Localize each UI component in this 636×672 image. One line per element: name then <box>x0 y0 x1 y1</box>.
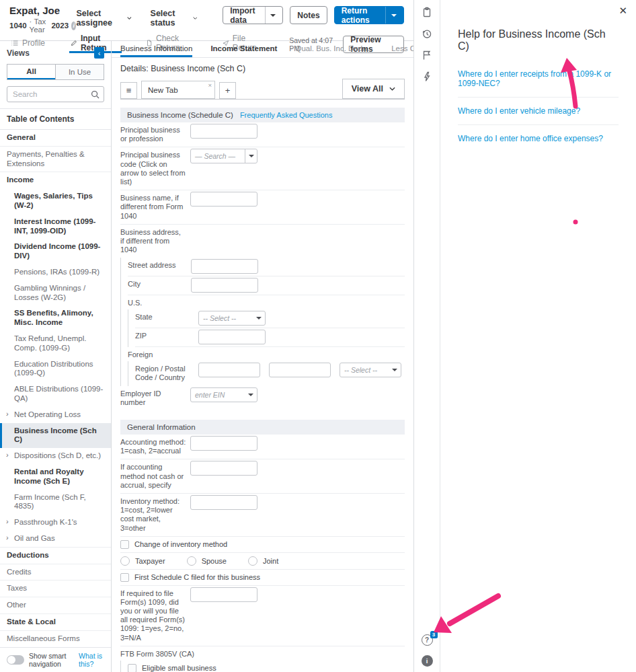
first-schedule-c-checkbox[interactable] <box>120 573 129 582</box>
radio-spouse[interactable]: Spouse <box>187 556 227 566</box>
radio-taxpayer[interactable]: Taxpayer <box>120 556 165 566</box>
select-status-dropdown[interactable]: Select status <box>151 9 198 28</box>
flag-icon[interactable] <box>422 50 432 61</box>
form-row-city: City <box>128 276 405 295</box>
radio-icon <box>187 556 196 566</box>
eligible-small-business-checkbox[interactable] <box>128 664 136 672</box>
header: Expat, Joe 1040 · Tax Year 2023 i Select… <box>0 0 413 41</box>
toc-item-pensions[interactable]: Pensions, IRAs (1099-R) <box>0 264 111 281</box>
search-input[interactable] <box>11 89 91 99</box>
accounting-method-input[interactable] <box>190 436 257 451</box>
collapse-sidebar-button[interactable]: ‹ <box>94 47 104 59</box>
change-inventory-checkbox[interactable] <box>120 540 129 549</box>
close-tab-icon[interactable]: × <box>208 81 212 89</box>
toc-item-able-distributions[interactable]: ABLE Distributions (1099-QA) <box>0 381 111 407</box>
tab-menu-button[interactable]: ≡ <box>120 82 137 99</box>
view-all-dropdown[interactable]: View All <box>342 79 405 99</box>
help-button[interactable]: ? 3 <box>422 634 433 646</box>
state-select[interactable]: -- Select -- <box>198 311 266 326</box>
toc-item-tax-refund[interactable]: Tax Refund, Unempl. Comp. (1099-G) <box>0 331 111 357</box>
toc-item-payments[interactable]: Payments, Penalties & Extensions <box>0 146 111 172</box>
notes-button[interactable]: Notes <box>290 6 327 24</box>
form-row-eligible-small-business: Eligible small business <box>128 661 405 672</box>
tab-qual-bus-inc-deduction[interactable]: Qual. Bus. Inc. Dedu... <box>295 41 373 57</box>
toc-item-oil-and-gas[interactable]: ›Oil and Gas <box>0 531 111 547</box>
toc-item-dividend-income[interactable]: Dividend Income (1099-DIV) <box>0 239 111 264</box>
smart-navigation-bar: Show smart navigation What is this? <box>0 647 111 672</box>
form-row-business-name: Business name, if different from Form 10… <box>120 190 405 225</box>
radio-joint[interactable]: Joint <box>248 556 278 566</box>
filter-tab-all[interactable]: All <box>7 65 55 79</box>
accounting-other-input[interactable] <box>190 461 257 476</box>
button-divider <box>265 7 266 24</box>
button-divider <box>385 7 386 24</box>
principal-business-input[interactable] <box>190 124 257 139</box>
foreign-postal-code-input[interactable] <box>269 363 331 377</box>
help-link-1099[interactable]: Where do I enter receipts from a 1099-K … <box>458 61 619 98</box>
toc-item-net-operating-loss[interactable]: ›Net Operating Loss <box>0 407 111 423</box>
inventory-method-input[interactable] <box>190 495 257 510</box>
toc-item-miscellaneous-forms[interactable]: Miscellaneous Forms <box>0 630 111 647</box>
toc-item-farm-income[interactable]: Farm Income (Sch F, 4835) <box>0 490 111 515</box>
toc-item-rental-royalty[interactable]: Rental and Royalty Income (Sch E) <box>0 464 111 490</box>
street-address-input[interactable] <box>191 259 258 274</box>
form-row-zip: ZIP <box>135 328 405 347</box>
tab-less-common-scenarios[interactable]: Less Common Scena... <box>391 41 413 57</box>
toc-item-other[interactable]: Other <box>0 597 111 613</box>
caret-down-icon <box>270 14 276 17</box>
faq-link[interactable]: Frequently Asked Questions <box>240 111 333 119</box>
toc-item-general[interactable]: General <box>0 130 111 146</box>
tab-business-information[interactable]: Business Information <box>120 41 192 57</box>
help-badge: 3 <box>430 631 438 638</box>
toc-item-wages[interactable]: Wages, Salaries, Tips (W-2) <box>0 188 111 214</box>
caret-down-icon <box>245 388 257 402</box>
business-code-select[interactable]: — Search — <box>190 149 257 163</box>
info-button[interactable]: i <box>422 655 433 667</box>
toc-item-income[interactable]: Income <box>0 172 111 188</box>
toc-item-ss-benefits[interactable]: SS Benefits, Alimony, Misc. Income <box>0 305 111 331</box>
tax-year-label: · Tax Year <box>30 17 49 34</box>
info-icon[interactable]: i <box>71 22 76 30</box>
toc-item-education-distributions[interactable]: Education Distributions (1099-Q) <box>0 357 111 382</box>
form-row-accounting-other: If accounting method not cash or accrual… <box>120 459 405 494</box>
form-row-ein: Employer ID number enter EIN <box>120 386 405 410</box>
return-actions-button[interactable]: Return actions <box>334 6 404 24</box>
new-tab[interactable]: New Tab × <box>141 81 215 99</box>
toc-item-passthrough-k1[interactable]: ›Passthrough K-1's <box>0 515 111 531</box>
ein-combo[interactable]: enter EIN <box>190 387 257 402</box>
toc-item-interest-income[interactable]: Interest Income (1099-INT, 1099-OID) <box>0 214 111 239</box>
history-clock-icon[interactable] <box>422 28 432 39</box>
help-link-vehicle-mileage[interactable]: Where do I enter vehicle mileage? <box>458 98 619 125</box>
toc-item-taxes[interactable]: Taxes <box>0 580 111 597</box>
diagnostics-bolt-icon[interactable] <box>422 71 432 82</box>
close-icon[interactable]: ✕ <box>619 5 627 17</box>
select-assignee-dropdown[interactable]: Select assignee <box>76 9 131 28</box>
toc-item-credits[interactable]: Credits <box>0 564 111 581</box>
caret-down-icon <box>389 363 401 377</box>
chevron-down-icon <box>193 16 198 20</box>
zip-input[interactable] <box>198 330 266 344</box>
ftb-group: Eligible small business Qualified new bu… <box>120 661 405 672</box>
city-input[interactable] <box>191 278 258 293</box>
import-data-button[interactable]: Import data <box>223 6 283 24</box>
form-1099-input[interactable] <box>190 587 257 602</box>
business-name-input[interactable] <box>190 192 257 207</box>
tab-income-statement[interactable]: Income Statement <box>210 41 277 57</box>
toc-item-dispositions[interactable]: ›Dispositions (Sch D, etc.) <box>0 448 111 464</box>
what-is-this-link[interactable]: What is this? <box>79 652 104 668</box>
smart-navigation-toggle[interactable] <box>7 655 24 665</box>
add-tab-button[interactable]: + <box>219 82 236 99</box>
left-region: Expat, Joe 1040 · Tax Year 2023 i Select… <box>0 0 414 672</box>
foreign-country-select[interactable]: -- Select -- <box>340 363 401 377</box>
help-link-home-office[interactable]: Where do I enter home office expenses? <box>458 125 619 152</box>
foreign-region-input[interactable] <box>198 363 260 377</box>
toc-item-state-local[interactable]: State & Local <box>0 613 111 630</box>
toc-item-deductions[interactable]: Deductions <box>0 547 111 564</box>
clipboard-icon[interactable] <box>422 7 432 17</box>
input-form: Business Income (Schedule C) Frequently … <box>112 100 413 672</box>
chevron-right-icon: › <box>6 517 9 526</box>
chevron-right-icon: › <box>6 410 9 418</box>
toc-item-gambling[interactable]: Gambling Winnings / Losses (W-2G) <box>0 281 111 306</box>
toc-item-business-income[interactable]: Business Income (Sch C) <box>0 423 111 449</box>
filter-tab-in-use[interactable]: In Use <box>55 65 104 79</box>
